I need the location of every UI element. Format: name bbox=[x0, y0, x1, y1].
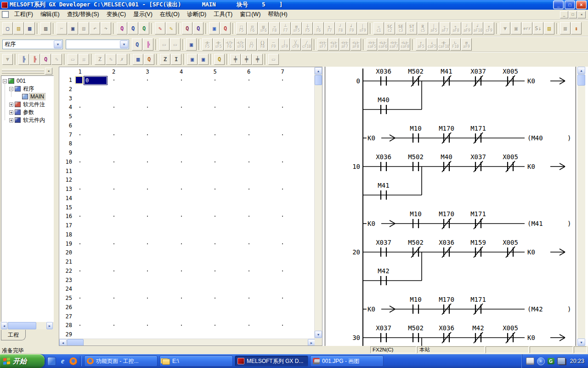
network-tray-icon[interactable] bbox=[557, 357, 565, 365]
scrollbar-thumb[interactable] bbox=[67, 339, 84, 346]
scrollbar-thumb[interactable] bbox=[8, 322, 36, 329]
copy-button[interactable]: ▣ bbox=[68, 22, 78, 34]
mdi-restore-button[interactable]: □ bbox=[569, 11, 577, 18]
minimize-button[interactable]: _ bbox=[553, 0, 564, 9]
block-list-button[interactable]: ▤ bbox=[544, 22, 554, 34]
device-test-button[interactable]: ✎ bbox=[155, 22, 165, 34]
print-button[interactable]: ▥ bbox=[40, 22, 51, 34]
open-block-window-button[interactable]: ▣ bbox=[198, 54, 209, 65]
expand-expander-icon[interactable]: + bbox=[9, 110, 13, 115]
tree-item-program[interactable]: −程序 bbox=[9, 85, 35, 92]
menu-find-replace[interactable]: 查找/替换(S) bbox=[63, 9, 103, 20]
ladder-zoom-pane[interactable]: 0X036M502M41X037X005K0M40K0M10M170M171(M… bbox=[325, 67, 588, 346]
menu-view[interactable]: 显示(V) bbox=[130, 9, 156, 20]
contact-coil-find-3-button[interactable]: ╪ bbox=[252, 54, 263, 65]
zoom-out-button[interactable]: Q bbox=[182, 22, 192, 34]
block-list-display-button[interactable]: ▦ bbox=[133, 54, 143, 65]
collapse-tray-icon[interactable]: ‹ bbox=[537, 357, 545, 365]
scroll-up-icon[interactable]: ▲ bbox=[577, 67, 585, 74]
tree-item-main[interactable]: MAIN bbox=[17, 93, 45, 100]
expand-expander-icon[interactable]: + bbox=[9, 118, 13, 122]
open-button[interactable]: ▤ bbox=[13, 22, 24, 34]
menu-tools[interactable]: 工具(T) bbox=[210, 9, 236, 20]
task-paint[interactable]: 001.JPG - 画图 bbox=[310, 356, 384, 367]
data-name-combobox[interactable]: ▼ bbox=[66, 40, 129, 49]
sort-desc-button[interactable]: I bbox=[171, 54, 181, 65]
clock[interactable]: 20:23 bbox=[570, 358, 584, 364]
task-firefox[interactable]: 功能页面 - 工控... bbox=[84, 356, 158, 367]
sort-button[interactable]: ↕ bbox=[571, 22, 582, 34]
menu-project[interactable]: 工程(F) bbox=[11, 9, 37, 20]
ie-quicklaunch-icon[interactable]: e bbox=[59, 357, 67, 365]
expand-expander-icon[interactable]: + bbox=[9, 103, 13, 107]
device-batch-button[interactable]: ✎ bbox=[166, 22, 176, 34]
sfc-tree-edit-button[interactable]: ╠ bbox=[29, 54, 40, 65]
chevron-down-icon[interactable]: ▼ bbox=[54, 40, 62, 48]
close-button[interactable]: × bbox=[576, 0, 587, 9]
zoom-partial-button[interactable]: Q bbox=[40, 54, 51, 65]
scroll-left-icon[interactable]: ◄ bbox=[1, 322, 7, 329]
project-data-list-button[interactable]: ╠ bbox=[143, 38, 153, 51]
tree-panel-header[interactable]: × bbox=[1, 67, 53, 75]
sfc-horizontal-scrollbar[interactable]: ◄ ► bbox=[59, 339, 315, 346]
sfc-step-value-box[interactable]: 0 bbox=[84, 76, 107, 85]
tree-item-parameter[interactable]: +参数 bbox=[9, 109, 35, 116]
scroll-down-icon[interactable]: ▼ bbox=[577, 339, 585, 346]
menu-window[interactable]: 窗口(W) bbox=[236, 9, 264, 20]
data-type-combobox[interactable]: 程序 ▼ bbox=[2, 40, 63, 49]
transfer-setup-button[interactable]: ▣ bbox=[209, 22, 220, 34]
program-display-button[interactable]: ▣ bbox=[186, 38, 197, 51]
scroll-down-icon[interactable]: ▼ bbox=[315, 331, 322, 338]
scrollbar-thumb[interactable] bbox=[315, 75, 322, 85]
chevron-down-icon[interactable]: ▼ bbox=[120, 40, 128, 48]
start-button[interactable]: 开始 bbox=[0, 354, 45, 368]
firefox-quicklaunch-icon[interactable] bbox=[69, 357, 77, 365]
tab-project[interactable]: 工程 bbox=[1, 330, 26, 340]
menu-edit[interactable]: 编辑(E) bbox=[37, 9, 63, 20]
sfc-diagram-pane[interactable]: ▲ ▼ ◄ ► 12345671234567891011121314151617… bbox=[59, 67, 322, 346]
find-step-button[interactable]: Q bbox=[214, 54, 225, 65]
menu-online[interactable]: 在线(O) bbox=[156, 9, 183, 20]
tree-item-device-memory[interactable]: +软元件内 bbox=[9, 116, 46, 124]
menu-help[interactable]: 帮助(H) bbox=[264, 9, 291, 20]
comment-display-button[interactable]: Q bbox=[132, 38, 142, 51]
scroll-right-icon[interactable]: ► bbox=[46, 322, 53, 329]
sfc-tree-display-button[interactable]: ╠ bbox=[18, 54, 29, 65]
open-zoom-window-button[interactable]: ▣ bbox=[187, 54, 198, 65]
ladder-vertical-scrollbar[interactable]: ▲ ▼ bbox=[577, 67, 585, 346]
task-melsoft[interactable]: MELSOFT系列 GX D... bbox=[235, 356, 308, 367]
tree-item-device-comment[interactable]: +软元件注 bbox=[9, 101, 46, 108]
quicklaunch-app-icon[interactable] bbox=[47, 357, 56, 366]
collapse-expander-icon[interactable]: − bbox=[3, 79, 7, 83]
tree-horizontal-scrollbar[interactable]: ◄ ► bbox=[1, 322, 53, 329]
mdi-minimize-button[interactable]: _ bbox=[560, 11, 568, 18]
menu-convert[interactable]: 变换(C) bbox=[103, 9, 130, 20]
restore-button[interactable]: □ bbox=[565, 0, 575, 9]
zoom-in-button[interactable]: Q bbox=[193, 22, 204, 34]
keyboard-tray-icon[interactable] bbox=[526, 357, 534, 365]
menu-diagnostics[interactable]: 诊断(D) bbox=[183, 9, 210, 20]
save-button[interactable]: ▦ bbox=[24, 22, 35, 34]
collapse-expander-icon[interactable]: − bbox=[9, 87, 13, 91]
time-monitor-button[interactable]: Q bbox=[144, 54, 154, 65]
find-string-button[interactable]: Q bbox=[139, 22, 149, 34]
scroll-left-icon[interactable]: ◄ bbox=[59, 339, 67, 346]
mdi-close-button[interactable]: × bbox=[577, 11, 586, 18]
tree-close-button[interactable]: × bbox=[45, 68, 52, 75]
scrollbar-thumb[interactable] bbox=[577, 75, 585, 86]
find-instruction-button[interactable]: Q bbox=[128, 22, 138, 34]
tree-item-001[interactable]: −001 bbox=[3, 77, 27, 85]
new-button[interactable]: ▢ bbox=[2, 22, 13, 34]
sfc-vertical-scrollbar[interactable]: ▲ ▼ bbox=[314, 67, 322, 339]
contact-coil-find-2-icon: ╪ bbox=[245, 57, 248, 62]
find-device-button[interactable]: Q bbox=[117, 22, 127, 34]
scroll-right-icon[interactable]: ► bbox=[308, 339, 315, 346]
contact-coil-find-2-button[interactable]: ╪ bbox=[241, 54, 252, 65]
sfc-selected-step[interactable] bbox=[76, 77, 82, 83]
task-explorer[interactable]: E:\ bbox=[159, 356, 233, 367]
scroll-up-icon[interactable]: ▲ bbox=[315, 67, 322, 75]
contact-coil-find-1-button[interactable]: ╪ bbox=[230, 54, 241, 65]
sort-asc-button[interactable]: Z bbox=[160, 54, 170, 65]
monitor-button[interactable]: Q bbox=[220, 22, 231, 34]
g-app-tray-icon[interactable]: G bbox=[548, 358, 554, 364]
